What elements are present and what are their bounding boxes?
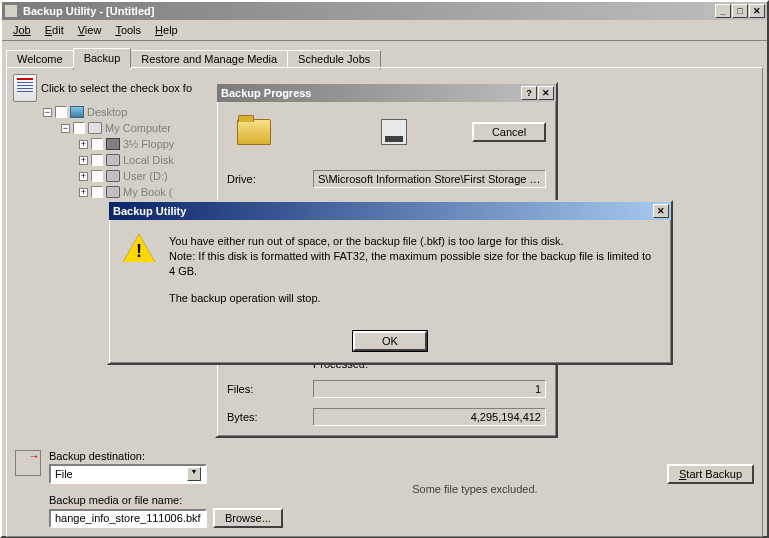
error-titlebar: Backup Utility ✕: [109, 202, 671, 220]
error-title: Backup Utility: [111, 205, 653, 217]
header-hint: Click to select the check box fo: [41, 82, 192, 94]
close-button[interactable]: ✕: [749, 4, 765, 18]
tree-mycomputer[interactable]: My Computer: [105, 122, 171, 134]
drive-value: S\Microsoft Information Store\First Stor…: [313, 170, 546, 188]
floppy-icon: [106, 138, 120, 150]
tree-userd[interactable]: User (D:): [123, 170, 168, 182]
dest-combo[interactable]: File ▼: [49, 464, 207, 484]
drive-label: Drive:: [227, 173, 313, 185]
progress-close-button[interactable]: ✕: [538, 86, 554, 100]
dest-label: Backup destination:: [49, 450, 283, 462]
files-value: 1: [313, 380, 546, 398]
warning-icon: [123, 234, 155, 266]
tape-drive-icon: [381, 119, 407, 145]
expander-userd[interactable]: +: [79, 172, 88, 181]
expander-desktop[interactable]: −: [43, 108, 52, 117]
start-backup-button[interactable]: Start Backup: [667, 464, 754, 484]
chevron-down-icon[interactable]: ▼: [187, 467, 201, 481]
error-dialog: Backup Utility ✕ You have either run out…: [107, 200, 673, 365]
checkbox-mybook[interactable]: [91, 186, 103, 198]
destination-icon: [15, 450, 41, 476]
start-label: tart Backup: [686, 468, 742, 480]
folder-icon: [237, 119, 271, 145]
checkbox-localdisk[interactable]: [91, 154, 103, 166]
expander-floppy[interactable]: +: [79, 140, 88, 149]
expander-localdisk[interactable]: +: [79, 156, 88, 165]
bytes-label: Bytes:: [227, 411, 313, 423]
files-label: Files:: [227, 383, 313, 395]
error-line1: You have either run out of space, or the…: [169, 235, 564, 247]
tree-localdisk[interactable]: Local Disk: [123, 154, 174, 166]
checkbox-userd[interactable]: [91, 170, 103, 182]
dest-value: File: [55, 468, 73, 480]
browse-button[interactable]: Browse...: [213, 508, 283, 528]
expander-mybook[interactable]: +: [79, 188, 88, 197]
tab-backup[interactable]: Backup: [73, 48, 132, 68]
progress-animation: [227, 112, 407, 152]
cancel-button[interactable]: Cancel: [472, 122, 546, 142]
tab-strip: Welcome Backup Restore and Manage Media …: [6, 47, 763, 67]
checklist-icon: [13, 74, 37, 102]
media-input[interactable]: [49, 509, 207, 528]
bytes-value: 4,295,194,412: [313, 408, 546, 426]
checkbox-floppy[interactable]: [91, 138, 103, 150]
tree-mybook[interactable]: My Book (: [123, 186, 173, 198]
menu-edit[interactable]: Edit: [38, 22, 71, 38]
progress-title: Backup Progress: [219, 87, 521, 99]
computer-icon: [88, 122, 102, 134]
error-text: You have either run out of space, or the…: [169, 234, 657, 317]
checkbox-mycomputer[interactable]: [73, 122, 85, 134]
app-icon: [4, 4, 18, 18]
menu-help[interactable]: Help: [148, 22, 185, 38]
disk-icon: [106, 186, 120, 198]
error-close-button[interactable]: ✕: [653, 204, 669, 218]
error-line2: Note: If this disk is formatted with FAT…: [169, 250, 651, 277]
tree-desktop[interactable]: Desktop: [87, 106, 127, 118]
desktop-icon: [70, 106, 84, 118]
menu-tools[interactable]: Tools: [108, 22, 148, 38]
minimize-button[interactable]: _: [715, 4, 731, 18]
help-button[interactable]: ?: [521, 86, 537, 100]
main-titlebar: Backup Utility - [Untitled] _ □ ✕: [2, 2, 767, 20]
included-note: Some file types excluded.: [291, 483, 659, 495]
checkbox-desktop[interactable]: [55, 106, 67, 118]
disk-icon: [106, 170, 120, 182]
disk-icon: [106, 154, 120, 166]
ok-button[interactable]: OK: [353, 331, 427, 351]
menubar: Job Edit View Tools Help: [2, 20, 767, 41]
expander-mycomputer[interactable]: −: [61, 124, 70, 133]
main-title: Backup Utility - [Untitled]: [21, 5, 715, 17]
menu-job[interactable]: Job: [6, 22, 38, 38]
progress-titlebar: Backup Progress ? ✕: [217, 84, 556, 102]
maximize-button[interactable]: □: [732, 4, 748, 18]
menu-view[interactable]: View: [71, 22, 109, 38]
error-line3: The backup operation will stop.: [169, 291, 657, 306]
tree-floppy[interactable]: 3½ Floppy: [123, 138, 174, 150]
media-label: Backup media or file name:: [49, 494, 283, 506]
